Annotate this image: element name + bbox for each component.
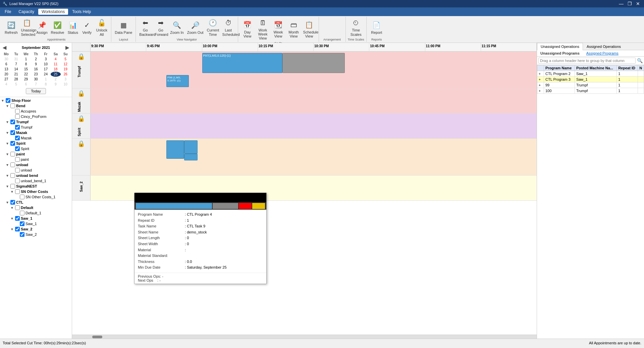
calendar-cell-26[interactable]: 26 xyxy=(61,72,70,77)
calendar-cell-20[interactable]: 20 xyxy=(1,72,11,77)
calendar-cell-4[interactable]: 4 xyxy=(1,82,11,87)
tree-checkbox-21[interactable] xyxy=(20,211,24,215)
paint-cells[interactable] xyxy=(91,139,537,175)
calendar-cell-31[interactable]: 31 xyxy=(11,57,21,62)
current-time-button[interactable]: 🕐 Current Time xyxy=(206,17,220,37)
calendar-cell-30[interactable]: 30 xyxy=(31,77,41,82)
menu-workstations[interactable]: Workstations xyxy=(38,9,68,15)
search-input[interactable] xyxy=(538,58,636,64)
assign-button[interactable]: 📌 Assign xyxy=(35,20,49,35)
refresh-button[interactable]: 🔄 Refresh xyxy=(3,20,19,35)
tree-checkbox-23[interactable] xyxy=(20,221,24,226)
week-view-button[interactable]: 📆 Week View xyxy=(271,19,286,39)
zoom-in-button[interactable]: 🔍 Zoom In xyxy=(169,20,185,35)
calendar-cell-21[interactable]: 21 xyxy=(11,72,21,77)
calendar-cell-1[interactable]: 1 xyxy=(21,57,31,62)
tree-checkbox-25[interactable] xyxy=(20,232,24,237)
tree-expand-4[interactable]: ▼ xyxy=(5,120,9,124)
data-pane-button[interactable]: ▦ Data Pane xyxy=(113,20,133,35)
last-scheduled-button[interactable]: ⏱ Last Scheduled xyxy=(221,17,236,37)
calendar-cell-3[interactable]: 3 xyxy=(41,57,51,62)
expand-cell-0[interactable]: + xyxy=(537,71,544,77)
calendar-cell-30[interactable]: 30 xyxy=(1,57,11,62)
assigned-programs-tab[interactable]: Assigned Programs xyxy=(583,50,622,56)
calendar-cell-6[interactable]: 6 xyxy=(21,82,31,87)
calendar-cell-3[interactable]: 3 xyxy=(61,77,70,82)
tree-item-20[interactable]: ▼Default xyxy=(1,205,71,210)
day-view-button[interactable]: 📅 Day View xyxy=(240,19,255,39)
status-button[interactable]: 📊 Status xyxy=(66,20,79,35)
appointment-ctl4b[interactable] xyxy=(184,140,198,154)
tree-item-13[interactable]: unload xyxy=(1,167,71,173)
calendar-cell-2[interactable]: 2 xyxy=(31,57,41,62)
calendar-cell-14[interactable]: 14 xyxy=(11,67,21,72)
tree-item-10[interactable]: ▼paint xyxy=(1,151,71,157)
table-row-1[interactable]: + CTL Program 3 Saw_1 1 xyxy=(537,77,644,82)
tree-item-17[interactable]: ▼SN Other Costs xyxy=(1,189,71,194)
tree-item-6[interactable]: ▼Mazak xyxy=(1,130,71,135)
calendar-cell-16[interactable]: 16 xyxy=(31,67,41,72)
appointment-ctl4[interactable] xyxy=(166,140,184,159)
tree-checkbox-11[interactable] xyxy=(15,157,20,162)
calendar-cell-28[interactable]: 28 xyxy=(11,77,21,82)
tree-checkbox-12[interactable] xyxy=(10,162,15,167)
calendar-cell-7[interactable]: 7 xyxy=(11,62,21,67)
calendar-cell-4[interactable]: 4 xyxy=(51,57,60,62)
maximize-button[interactable]: ❐ xyxy=(626,1,633,6)
month-view-button[interactable]: 🗃 Month View xyxy=(286,19,301,39)
menu-capacity[interactable]: Capacity xyxy=(15,9,38,15)
calendar-cell-17[interactable]: 17 xyxy=(41,67,51,72)
calendar-cell-27[interactable]: 27 xyxy=(1,77,11,82)
calendar-cell-24[interactable]: 24 xyxy=(41,72,51,77)
tree-checkbox-6[interactable] xyxy=(10,130,15,135)
zoom-out-button[interactable]: 🔎 Zoom Out xyxy=(186,20,205,35)
tree-item-19[interactable]: ▼CTL xyxy=(1,200,71,205)
table-row-3[interactable]: + 100 Trumpf 1 xyxy=(537,88,644,94)
appointment-ctl4c[interactable] xyxy=(184,154,198,160)
tree-expand-10[interactable]: ▼ xyxy=(5,152,9,156)
tree-expand-6[interactable]: ▼ xyxy=(5,131,9,135)
tree-expand-22[interactable]: ▼ xyxy=(10,217,14,220)
tree-expand-20[interactable]: ▼ xyxy=(10,206,14,210)
tree-checkbox-7[interactable] xyxy=(15,136,20,140)
calendar-cell-18[interactable]: 18 xyxy=(51,67,60,72)
expand-icon-3[interactable]: + xyxy=(539,89,541,93)
calendar-cell-12[interactable]: 12 xyxy=(61,62,70,67)
expand-cell-2[interactable]: + xyxy=(537,82,544,88)
tree-item-21[interactable]: Default_1 xyxy=(1,210,71,216)
calendar-cell-5[interactable]: 5 xyxy=(11,82,21,87)
unlock-all-button[interactable]: 🔓 Unlock All xyxy=(94,17,109,37)
calendar-cell-1[interactable]: 1 xyxy=(41,77,51,82)
tree-item-1[interactable]: ▼Bend xyxy=(1,103,71,109)
today-button[interactable]: Today xyxy=(26,88,46,94)
tree-item-25[interactable]: Saw_2 xyxy=(1,232,71,237)
time-scales-button[interactable]: ⏲ Time Scales xyxy=(348,17,363,37)
tree-checkbox-0[interactable] xyxy=(6,98,10,103)
calendar-cell-13[interactable]: 13 xyxy=(1,67,11,72)
go-forward-button[interactable]: ➡ Go Forward xyxy=(153,17,168,37)
calendar-cell-2[interactable]: 2 xyxy=(51,77,60,82)
tree-expand-12[interactable]: ▼ xyxy=(5,163,9,167)
tree-checkbox-20[interactable] xyxy=(15,205,20,210)
tree-checkbox-2[interactable] xyxy=(15,109,20,114)
tree-checkbox-4[interactable] xyxy=(10,120,15,124)
tree-item-12[interactable]: ▼unload xyxy=(1,162,71,167)
calendar-cell-8[interactable]: 8 xyxy=(21,62,31,67)
tree-item-16[interactable]: ▼SigmaNEST xyxy=(1,184,71,189)
calendar-cell-15[interactable]: 15 xyxy=(21,67,31,72)
calendar-cell-9[interactable]: 9 xyxy=(31,62,41,67)
mazak-cells[interactable] xyxy=(91,88,537,113)
expand-icon-0[interactable]: + xyxy=(539,72,541,76)
horizontal-scrollbar[interactable] xyxy=(72,335,537,339)
spirit-cells[interactable] xyxy=(91,114,537,138)
col-header-program-name[interactable]: Program Name xyxy=(544,65,575,71)
tree-checkbox-14[interactable] xyxy=(10,173,15,178)
expand-icon-2[interactable]: + xyxy=(539,83,541,87)
tree-expand-17[interactable]: ▼ xyxy=(10,190,14,194)
tree-checkbox-3[interactable] xyxy=(15,114,20,119)
verify-button[interactable]: ✓ Verify xyxy=(80,20,94,35)
menu-tools[interactable]: Tools Help xyxy=(69,9,94,15)
tree-checkbox-24[interactable] xyxy=(15,227,20,231)
tree-expand-0[interactable]: ▼ xyxy=(1,99,5,102)
tree-item-2[interactable]: Accupres xyxy=(1,109,71,114)
